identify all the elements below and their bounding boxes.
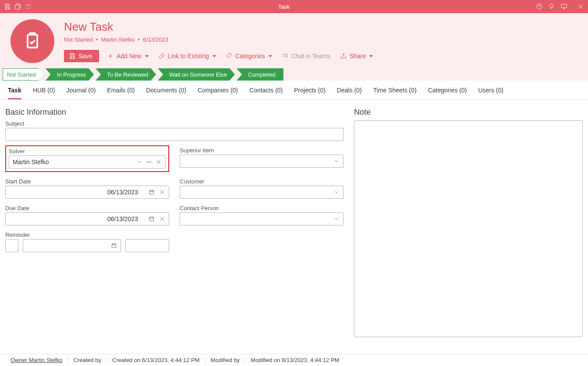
close-icon[interactable] bbox=[577, 3, 584, 11]
solver-label: Solver bbox=[9, 148, 166, 155]
solver-value: Martin Stefko bbox=[13, 158, 136, 165]
owner-text: Martin Stefko bbox=[101, 36, 135, 43]
svg-point-4 bbox=[286, 54, 287, 56]
save-button[interactable]: Save bbox=[64, 50, 99, 62]
step-not-started[interactable]: Not Started bbox=[3, 68, 44, 81]
tab-emails[interactable]: Emails (0) bbox=[107, 87, 135, 99]
contact-label: Contact Person bbox=[180, 205, 344, 211]
start-date-label: Start Date bbox=[5, 178, 169, 185]
tab-categories[interactable]: Categories (0) bbox=[428, 87, 467, 99]
tab-deals[interactable]: Deals (0) bbox=[337, 87, 362, 99]
note-title: Note bbox=[354, 108, 583, 117]
save-label: Save bbox=[78, 53, 92, 60]
step-in-progress[interactable]: In Progress bbox=[46, 68, 94, 81]
svg-rect-3 bbox=[283, 54, 286, 57]
solver-highlight-box: Solver Martin Stefko bbox=[5, 145, 169, 172]
tab-companies[interactable]: Companies (0) bbox=[198, 87, 238, 99]
page-subtitle: Not Started • Martin Stefko • 6/13/2023 bbox=[64, 36, 375, 43]
help-icon[interactable] bbox=[535, 3, 543, 11]
tab-documents[interactable]: Documents (0) bbox=[146, 87, 186, 99]
subject-label: Subject bbox=[5, 120, 344, 127]
tab-users[interactable]: Users (0) bbox=[478, 87, 503, 99]
note-textarea[interactable] bbox=[354, 120, 583, 337]
tab-task[interactable]: Task bbox=[8, 87, 21, 99]
tab-hub[interactable]: HUB (0) bbox=[33, 87, 55, 99]
due-date-value: 06/13/2023 bbox=[9, 215, 138, 222]
status-text: Not Started bbox=[64, 36, 93, 43]
calendar-icon[interactable] bbox=[111, 243, 117, 249]
form-body: Basic Information Subject Solver Martin … bbox=[0, 100, 588, 360]
add-new-button[interactable]: Add New bbox=[105, 51, 150, 61]
task-app-icon bbox=[11, 19, 54, 63]
categories-button[interactable]: Categories bbox=[224, 51, 274, 61]
basic-info-title: Basic Information bbox=[5, 108, 344, 117]
reminder-label: Reminder bbox=[5, 232, 169, 238]
status-modified-on: Modified on 6/13/2023, 4:44:12 PM bbox=[245, 357, 344, 360]
svg-rect-8 bbox=[149, 190, 153, 194]
step-completed[interactable]: Completed bbox=[237, 68, 283, 81]
categories-label: Categories bbox=[235, 53, 265, 60]
superior-combo[interactable] bbox=[180, 155, 344, 168]
chevron-down-icon[interactable] bbox=[333, 216, 340, 222]
svg-rect-10 bbox=[112, 244, 116, 248]
share-label: Share bbox=[350, 53, 366, 60]
svg-rect-1 bbox=[561, 4, 567, 8]
clear-icon[interactable] bbox=[159, 189, 165, 195]
clear-icon[interactable] bbox=[156, 159, 162, 165]
status-created-on: Created on 6/13/2023, 4:44:12 PM bbox=[107, 357, 205, 360]
chat-teams-button[interactable]: Chat in Teams bbox=[280, 51, 332, 61]
chevron-down-icon[interactable] bbox=[333, 189, 340, 195]
calendar-icon[interactable] bbox=[149, 189, 155, 195]
tab-time-sheets[interactable]: Time Sheets (0) bbox=[373, 87, 417, 99]
status-owner[interactable]: Owner Martin Stefko bbox=[5, 357, 68, 360]
bulb-icon[interactable] bbox=[548, 3, 556, 11]
due-date-label: Due Date bbox=[5, 205, 169, 211]
chevron-down-icon bbox=[269, 55, 272, 57]
date-text: 6/13/2023 bbox=[143, 36, 168, 43]
svg-point-5 bbox=[147, 162, 148, 162]
svg-rect-9 bbox=[149, 217, 153, 221]
more-icon[interactable] bbox=[146, 159, 152, 165]
status-chevron-bar: Not Started In Progress To Be Reviewed W… bbox=[0, 68, 588, 81]
save-icon[interactable] bbox=[4, 3, 11, 11]
tab-journal[interactable]: Journal (0) bbox=[66, 87, 96, 99]
subject-input[interactable] bbox=[5, 128, 344, 141]
delete-icon[interactable] bbox=[25, 3, 32, 11]
title-bar: Task bbox=[0, 0, 588, 13]
chevron-down-icon[interactable] bbox=[136, 159, 142, 165]
contact-combo[interactable] bbox=[180, 212, 344, 225]
svg-rect-2 bbox=[28, 35, 37, 47]
page-title: New Task bbox=[64, 20, 375, 34]
calendar-icon[interactable] bbox=[149, 216, 155, 222]
share-button[interactable]: Share bbox=[338, 51, 375, 61]
reminder-time-input[interactable] bbox=[125, 239, 169, 252]
reminder-checkbox[interactable] bbox=[5, 239, 18, 252]
save-all-icon[interactable] bbox=[14, 3, 22, 11]
start-date-input[interactable]: 06/13/2023 bbox=[5, 186, 169, 199]
reminder-date-input[interactable] bbox=[23, 239, 121, 252]
tab-contacts[interactable]: Contacts (0) bbox=[249, 87, 283, 99]
chevron-down-icon bbox=[213, 55, 216, 57]
link-existing-button[interactable]: Link to Existing bbox=[156, 51, 218, 61]
status-created-by: Created by bbox=[68, 357, 107, 360]
svg-point-7 bbox=[150, 162, 151, 162]
start-date-value: 06/13/2023 bbox=[9, 189, 138, 196]
monitor-icon[interactable] bbox=[560, 3, 568, 11]
chevron-down-icon[interactable] bbox=[333, 158, 340, 164]
tab-projects[interactable]: Projects (0) bbox=[294, 87, 326, 99]
chat-teams-label: Chat in Teams bbox=[291, 53, 330, 60]
step-wait-someone-else[interactable]: Wait on Someone Else bbox=[158, 68, 235, 81]
superior-label: Superior Item bbox=[180, 147, 344, 154]
status-bar: Owner Martin Stefko Created by Created o… bbox=[0, 354, 588, 360]
toolbar: Save Add New Link to Existing Categories… bbox=[64, 50, 375, 62]
header: New Task Not Started • Martin Stefko • 6… bbox=[0, 13, 588, 68]
customer-label: Customer bbox=[180, 178, 344, 185]
customer-combo[interactable] bbox=[180, 186, 344, 199]
tabs: Task HUB (0) Journal (0) Emails (0) Docu… bbox=[0, 81, 588, 100]
link-existing-label: Link to Existing bbox=[168, 53, 209, 60]
due-date-input[interactable]: 06/13/2023 bbox=[5, 212, 169, 225]
window-title: Task bbox=[32, 4, 535, 10]
solver-combo[interactable]: Martin Stefko bbox=[9, 155, 166, 169]
step-to-be-reviewed[interactable]: To Be Reviewed bbox=[96, 68, 156, 81]
clear-icon[interactable] bbox=[159, 216, 165, 222]
